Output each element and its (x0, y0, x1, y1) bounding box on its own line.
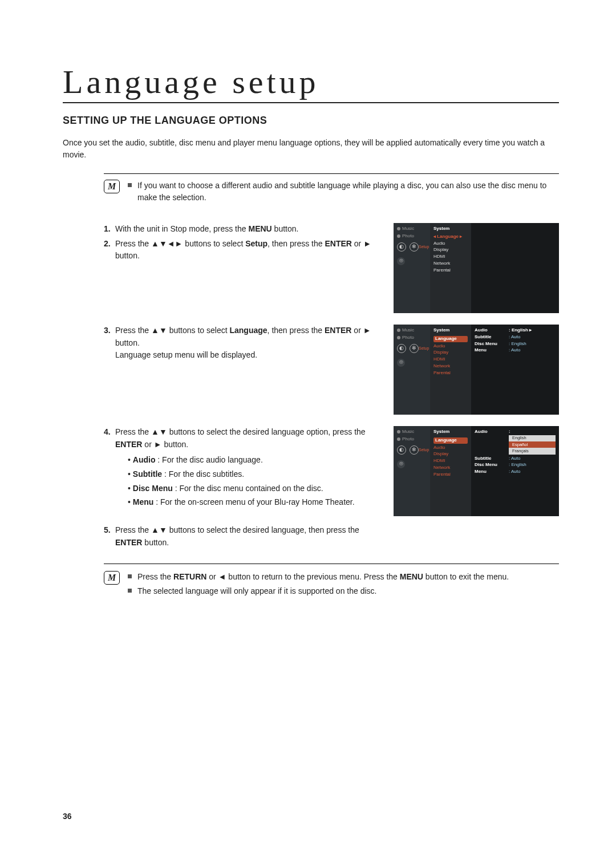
language-dropdown: English Español Français (509, 435, 556, 455)
osd-screenshot-3: Music Photo ◐ ✻ Setup ◎ System Language … (394, 426, 559, 516)
step-4: 4. Press the ▲▼ buttons to select the de… (104, 426, 376, 516)
chapter-title: Language setup (63, 63, 559, 103)
note-bottom: M Press the RETURN or ◄ button to return… (104, 564, 559, 599)
note-top: M If you want to choose a different audi… (104, 173, 559, 209)
media-icon: ◐ (397, 242, 406, 252)
note-text: If you want to choose a different audio … (137, 180, 559, 204)
step-5: 5. Press the ▲▼ buttons to select the de… (104, 524, 376, 551)
osd-screenshot-1: Music Photo ◐ ✻ Setup ◎ System ◂ Languag… (394, 223, 559, 313)
pencil-note-icon: M (104, 571, 120, 585)
pencil-note-icon: M (104, 180, 120, 193)
osd-screenshot-2: Music Photo ◐ ✻ Setup ◎ System Language … (394, 325, 559, 415)
note-text: Press the RETURN or ◄ button to return t… (137, 571, 509, 583)
disc-icon: ◎ (397, 257, 405, 265)
square-bullet-icon (128, 589, 132, 593)
section-heading: SETTING UP THE LANGUAGE OPTIONS (63, 115, 559, 127)
square-bullet-icon (128, 574, 132, 578)
square-bullet-icon (128, 183, 132, 187)
step-3: 3. Press the ▲▼ buttons to select Langua… (104, 325, 376, 415)
steps-12: 1. With the unit in Stop mode, press the… (104, 223, 376, 313)
page-number: 36 (63, 812, 72, 821)
note-text: The selected language will only appear i… (137, 585, 376, 597)
intro-paragraph: Once you set the audio, subtitle, disc m… (63, 137, 559, 161)
gear-icon: ✻ (410, 242, 419, 252)
